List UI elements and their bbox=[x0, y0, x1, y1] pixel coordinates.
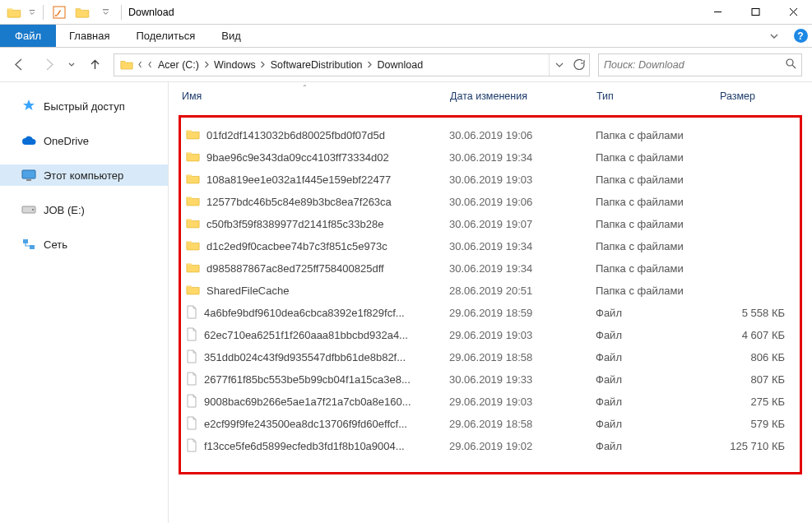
nav-drive-job[interactable]: JOB (E:) bbox=[0, 199, 168, 220]
breadcrumb-sep-1[interactable] bbox=[258, 61, 268, 68]
file-list: 01fd2df1413032b6d80025fbd0f07d5d30.06.20… bbox=[179, 115, 802, 474]
breadcrumb-sep-overflow[interactable] bbox=[146, 61, 155, 68]
file-type: Папка с файлами bbox=[596, 151, 719, 164]
recent-locations[interactable] bbox=[67, 62, 76, 67]
tab-share[interactable]: Поделиться bbox=[123, 25, 208, 47]
file-size: 5 558 КБ bbox=[719, 307, 788, 319]
breadcrumb-sep-0[interactable] bbox=[202, 61, 211, 68]
properties-icon[interactable] bbox=[50, 3, 68, 21]
file-row[interactable]: 2677f61f85bc553be5b99cb04f1a15ca3e8...30… bbox=[181, 368, 798, 391]
file-row[interactable]: 01fd2df1413032b6d80025fbd0f07d5d30.06.20… bbox=[181, 124, 798, 146]
breadcrumb-root-icon[interactable] bbox=[118, 59, 136, 70]
svg-point-3 bbox=[786, 59, 793, 66]
svg-rect-2 bbox=[752, 9, 759, 16]
file-date: 29.06.2019 18:59 bbox=[449, 307, 596, 319]
breadcrumb-download[interactable]: Download bbox=[375, 59, 426, 71]
monitor-icon bbox=[21, 168, 36, 183]
body: Быстрый доступ OneDrive Этот компьютер J… bbox=[0, 82, 812, 523]
file-name: 9bae96c9e343da09cc4103ff73334d02 bbox=[206, 151, 389, 164]
file-row[interactable]: f13cce5fe6d5899ecfedb3fd1f8b10a9004...29… bbox=[181, 435, 798, 457]
search-icon[interactable] bbox=[785, 58, 796, 72]
up-button[interactable] bbox=[84, 54, 105, 76]
column-headers: Имя ⌃ Дата изменения Тип Размер bbox=[169, 82, 812, 113]
search-input[interactable] bbox=[604, 59, 785, 71]
column-type[interactable]: Тип bbox=[596, 90, 720, 102]
nav-onedrive[interactable]: OneDrive bbox=[0, 130, 168, 151]
file-icon bbox=[186, 438, 197, 455]
file-name: 12577bdc46b5c84e89b3bc8ea7f263ca bbox=[206, 196, 392, 208]
maximize-button[interactable] bbox=[736, 0, 774, 25]
file-row[interactable]: c50fb3f59f8389977d2141f85c33b28e30.06.20… bbox=[181, 213, 798, 235]
file-type: Файл bbox=[596, 396, 719, 408]
folder-icon bbox=[186, 239, 200, 253]
file-type: Файл bbox=[596, 329, 719, 341]
customize-qat[interactable] bbox=[96, 3, 114, 21]
forward-button[interactable] bbox=[38, 54, 59, 76]
file-type: Папка с файлами bbox=[596, 262, 719, 275]
address-dropdown[interactable] bbox=[550, 54, 569, 76]
svg-point-1 bbox=[55, 14, 57, 16]
file-type: Папка с файлами bbox=[596, 196, 719, 208]
file-name: c50fb3f59f8389977d2141f85c33b28e bbox=[206, 218, 383, 230]
file-row[interactable]: 108a819ee1e032a1f445e159ebf2247730.06.20… bbox=[181, 169, 798, 191]
file-name: f13cce5fe6d5899ecfedb3fd1f8b10a9004... bbox=[204, 440, 405, 452]
file-date: 30.06.2019 19:06 bbox=[449, 129, 596, 141]
title-bar: Download bbox=[0, 0, 812, 25]
qat-divider bbox=[43, 5, 44, 20]
address-bar[interactable]: Acer (C:) Windows SoftwareDistribution D… bbox=[114, 53, 590, 76]
file-menu[interactable]: Файл bbox=[0, 25, 56, 47]
folder-icon bbox=[186, 217, 200, 231]
file-name: d985887867ac8ed725ff758400825dff bbox=[206, 262, 384, 275]
file-name: 2677f61f85bc553be5b99cb04f1a15ca3e8... bbox=[204, 373, 411, 386]
file-row[interactable]: 9bae96c9e343da09cc4103ff73334d0230.06.20… bbox=[181, 146, 798, 169]
file-date: 29.06.2019 18:58 bbox=[449, 418, 596, 430]
file-row[interactable]: SharedFileCache28.06.2019 20:51Папка с ф… bbox=[181, 280, 798, 302]
help-button[interactable]: ? bbox=[789, 25, 812, 47]
qat-dropdown[interactable] bbox=[28, 3, 36, 21]
drive-icon bbox=[21, 202, 36, 217]
file-row[interactable]: 9008bac69b266e5ae1a7f21a7cb0a8e160...29.… bbox=[181, 391, 798, 413]
breadcrumb-sep-2[interactable] bbox=[365, 61, 375, 68]
file-row[interactable]: d1c2ed9f0cacbee74b7c3f851c5e973c30.06.20… bbox=[181, 235, 798, 257]
file-type: Папка с файлами bbox=[596, 285, 719, 297]
file-type: Файл bbox=[596, 307, 719, 319]
svg-rect-4 bbox=[22, 170, 35, 178]
nav-this-pc[interactable]: Этот компьютер bbox=[0, 164, 168, 186]
file-row[interactable]: 4a6bfe9bdf9610dea6cbca8392e1f829fcf...29… bbox=[181, 302, 798, 324]
file-type: Файл bbox=[596, 440, 719, 452]
file-row[interactable]: 351ddb024c43f9d935547dfbb61de8b82f...29.… bbox=[181, 346, 798, 368]
folder-icon bbox=[186, 150, 200, 164]
minimize-button[interactable] bbox=[698, 0, 736, 25]
breadcrumb-acer[interactable]: Acer (C:) bbox=[155, 59, 202, 71]
breadcrumb-windows[interactable]: Windows bbox=[211, 59, 258, 71]
new-folder-icon[interactable] bbox=[73, 3, 91, 21]
refresh-button[interactable] bbox=[569, 54, 589, 76]
file-size: 4 607 КБ bbox=[719, 329, 788, 341]
nav-network[interactable]: Сеть bbox=[0, 234, 168, 255]
file-icon bbox=[186, 349, 197, 366]
column-name[interactable]: Имя ⌃ bbox=[182, 90, 450, 102]
file-row[interactable]: d985887867ac8ed725ff758400825dff30.06.20… bbox=[181, 257, 798, 280]
file-row[interactable]: 12577bdc46b5c84e89b3bc8ea7f263ca30.06.20… bbox=[181, 191, 798, 213]
nav-quick-access[interactable]: Быстрый доступ bbox=[0, 95, 168, 117]
file-date: 30.06.2019 19:07 bbox=[449, 218, 596, 230]
file-type: Файл bbox=[596, 418, 719, 430]
tab-view[interactable]: Вид bbox=[208, 25, 254, 47]
file-row[interactable]: e2cf99f9fe243500ea8dc13706f9fd60effcf...… bbox=[181, 413, 798, 435]
search-box[interactable] bbox=[598, 53, 802, 76]
close-button[interactable] bbox=[774, 0, 812, 25]
ribbon-collapse[interactable] bbox=[759, 25, 789, 47]
file-date: 29.06.2019 18:58 bbox=[449, 351, 596, 363]
column-size[interactable]: Размер bbox=[720, 90, 789, 102]
qat-divider-2 bbox=[121, 5, 122, 20]
file-type: Папка с файлами bbox=[596, 174, 719, 186]
app-icon[interactable] bbox=[5, 3, 23, 21]
file-name: d1c2ed9f0cacbee74b7c3f851c5e973c bbox=[206, 240, 387, 252]
back-button[interactable] bbox=[8, 54, 30, 76]
tab-home[interactable]: Главная bbox=[56, 25, 123, 47]
column-date[interactable]: Дата изменения bbox=[450, 90, 596, 102]
file-row[interactable]: 62ec710ea6251f1f260aaa81bbcbd932a4...29.… bbox=[181, 324, 798, 346]
breadcrumb-sep-root[interactable] bbox=[136, 61, 146, 68]
breadcrumb-softwaredistribution[interactable]: SoftwareDistribution bbox=[268, 59, 365, 71]
nav-label: JOB (E:) bbox=[44, 204, 85, 216]
